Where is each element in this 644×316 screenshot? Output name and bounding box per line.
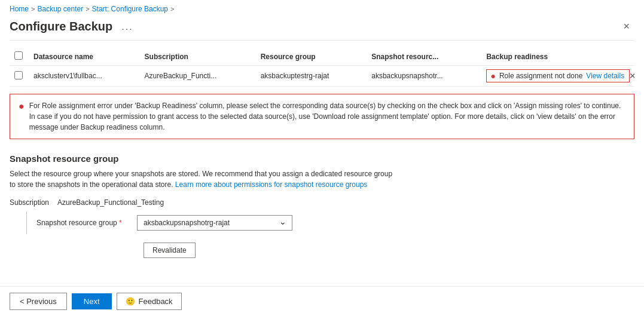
ellipsis-button[interactable]: ... — [117, 20, 137, 34]
subscription-row: Subscription AzureBackup_Functional_Test… — [10, 198, 634, 207]
col-header-subscription: Subscription — [140, 48, 256, 66]
breadcrumb-configure-backup[interactable]: Start: Configure Backup — [92, 5, 168, 13]
col-header-snapshot: Snapshot resourc... — [367, 48, 481, 66]
snapshot-rg-select-wrapper: aksbackupsnapshotrg-rajat — [137, 215, 292, 231]
row-subscription: AzureBackup_Functi... — [140, 66, 256, 87]
form-v-line — [26, 211, 27, 234]
row-snapshot-resource: aksbackupsnapshotr... — [367, 66, 481, 87]
table-header-row: Datasource name Subscription Resource gr… — [10, 48, 634, 66]
previous-button[interactable]: < Previous — [10, 293, 67, 310]
snapshot-rg-label: Snapshot resource group * — [36, 219, 132, 227]
breadcrumb-home[interactable]: Home — [10, 5, 29, 13]
snapshot-rg-select[interactable]: aksbackupsnapshotrg-rajat — [137, 215, 292, 231]
learn-more-link[interactable]: Learn more about permissions for snapsho… — [175, 180, 368, 189]
footer: < Previous Next 🙂 Feedback — [0, 286, 644, 316]
revalidate-row: Revalidate — [10, 239, 634, 258]
snapshot-resource-group-row: Snapshot resource group * aksbackupsnaps… — [10, 211, 634, 234]
feedback-button[interactable]: 🙂 Feedback — [117, 293, 182, 310]
breadcrumb-sep-1: > — [31, 5, 35, 13]
error-message-box: ● For Role assignment error under 'Backu… — [10, 94, 634, 139]
row-delete-button[interactable]: ✕ — [628, 71, 634, 81]
col-header-resource-group: Resource group — [256, 48, 367, 66]
breadcrumb-backup-center[interactable]: Backup center — [37, 5, 83, 13]
breadcrumb-sep-2: > — [86, 5, 89, 13]
select-all-checkbox[interactable] — [14, 51, 23, 60]
feedback-label: Feedback — [139, 297, 173, 306]
required-indicator: * — [119, 219, 122, 227]
previous-label: < Previous — [20, 297, 57, 306]
breadcrumb-sep-3: > — [170, 5, 174, 13]
header-row: Configure Backup ... × — [0, 16, 644, 40]
feedback-icon: 🙂 — [126, 297, 135, 306]
subscription-label: Subscription — [10, 198, 57, 207]
col-header-checkbox — [10, 48, 29, 66]
error-message-text: For Role assignment error under 'Backup … — [29, 100, 625, 133]
row-resource-group: aksbackuptestrg-rajat — [256, 66, 367, 87]
revalidate-button[interactable]: Revalidate — [144, 243, 196, 258]
col-header-backup-readiness: Backup readiness — [481, 48, 634, 66]
breadcrumb: Home > Backup center > Start: Configure … — [0, 0, 644, 16]
data-table: Datasource name Subscription Resource gr… — [10, 48, 634, 87]
row-checkbox-cell — [10, 66, 29, 87]
role-error-icon: ● — [490, 71, 495, 81]
subscription-value: AzureBackup_Functional_Testing — [57, 198, 164, 207]
role-assignment-cell: ● Role assignment not done View details … — [486, 69, 630, 82]
row-checkbox[interactable] — [14, 71, 23, 79]
error-box-icon: ● — [19, 101, 25, 112]
role-assignment-text: Role assignment not done — [499, 72, 582, 80]
next-button[interactable]: Next — [72, 293, 112, 309]
view-details-link[interactable]: View details — [586, 72, 624, 80]
close-button[interactable]: × — [618, 18, 634, 35]
header-title-group: Configure Backup ... — [10, 20, 138, 34]
configure-backup-window: Home > Backup center > Start: Configure … — [0, 0, 644, 316]
row-backup-readiness: ● Role assignment not done View details … — [481, 66, 634, 87]
form-fields: Subscription AzureBackup_Functional_Test… — [10, 198, 634, 258]
snapshot-section-title: Snapshot resource group — [10, 149, 634, 164]
page-title: Configure Backup — [10, 20, 112, 33]
col-header-datasource: Datasource name — [29, 48, 140, 66]
section-desc-part2: to store the snapshots in the operationa… — [10, 180, 173, 189]
next-label: Next — [84, 297, 100, 306]
snapshot-section-desc: Select the resource group where your sna… — [10, 168, 634, 190]
section-desc-part1: Select the resource group where your sna… — [10, 170, 392, 178]
row-datasource: aksclusterv1\fullbac... — [29, 66, 140, 87]
table-row: aksclusterv1\fullbac... AzureBackup_Func… — [10, 66, 634, 87]
main-content: Datasource name Subscription Resource gr… — [0, 41, 644, 286]
